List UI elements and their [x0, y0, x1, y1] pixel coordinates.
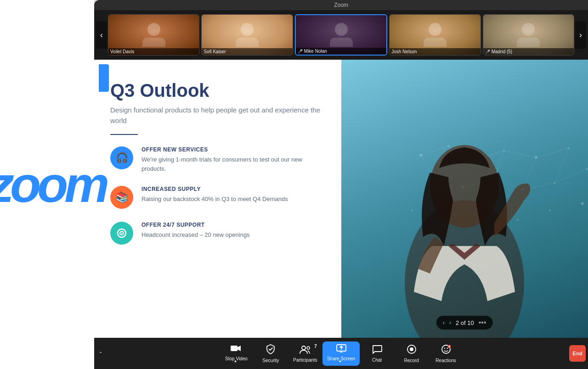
slide-item: 📚 INCREASED SUPPLY Raising our backstock… — [110, 186, 328, 209]
reactions-icon — [441, 344, 451, 357]
security-label: Security — [262, 358, 279, 363]
slide-item-title: INCREASED SUPPLY — [141, 186, 288, 192]
participant-tile[interactable]: Josh Nelson — [389, 14, 481, 56]
share-screen-button[interactable]: Share Screen ▲ — [322, 341, 360, 366]
slide-item-title: OFFER NEW SERVICES — [141, 146, 328, 153]
slide-more-options[interactable]: ••• — [479, 319, 486, 327]
participant-name-label: 🎤 Madrid (5) — [483, 48, 574, 55]
record-button[interactable]: Record — [394, 341, 429, 366]
record-label: Record — [404, 358, 418, 363]
chat-label: Chat — [372, 358, 382, 363]
slide-item-content: OFFER 24/7 SUPPORT Headcount increased –… — [141, 222, 250, 240]
participant-name-label: Voilet Davis — [108, 48, 199, 55]
svg-point-2 — [121, 233, 123, 234]
share-screen-caret[interactable]: ▲ — [339, 359, 342, 363]
stop-video-caret[interactable]: ▲ — [233, 359, 237, 363]
speaker-silhouette — [377, 108, 552, 338]
shield-icon — [266, 344, 275, 357]
slide-item-text: Headcount increased – 20 new openings — [141, 230, 250, 240]
slide-item-title: OFFER 24/7 SUPPORT — [141, 222, 250, 228]
participant-tile[interactable]: Voilet Davis — [108, 14, 199, 56]
participants-nav-right[interactable]: › — [575, 21, 586, 49]
svg-point-14 — [586, 168, 588, 170]
slide-counter: 2 of 10 — [456, 319, 474, 326]
slide-item-content: OFFER NEW SERVICES We're giving 1-month … — [141, 146, 328, 173]
muted-icon: 🎤 — [298, 49, 303, 54]
title-bar: Zoom — [94, 0, 588, 10]
record-icon — [407, 344, 417, 357]
toolbar: ⌃ Stop Video ▲ Security — [94, 338, 588, 369]
participant-tile[interactable]: 🎤 Madrid (5) — [483, 14, 574, 56]
zoom-logo-text: zoom — [0, 159, 106, 210]
participants-badge: 7 — [314, 344, 317, 349]
participant-tile-active[interactable]: 🎤 Mike Nolan — [295, 14, 387, 56]
title-bar-text: Zoom — [334, 2, 348, 8]
slide-item: 🎧 OFFER NEW SERVICES We're giving 1-mont… — [110, 146, 328, 173]
chat-icon — [372, 345, 382, 356]
svg-point-44 — [410, 347, 413, 351]
svg-point-47 — [447, 347, 447, 348]
svg-point-46 — [444, 347, 445, 348]
camera-icon — [231, 344, 242, 355]
reactions-button[interactable]: Reactions — [429, 341, 463, 366]
participant-name-label: 🎤 Mike Nolan — [296, 48, 386, 55]
stop-video-button[interactable]: Stop Video ▲ — [219, 341, 254, 366]
end-button-label: End — [573, 351, 582, 356]
slide-next-button[interactable]: › — [449, 319, 451, 326]
slide-item-content: INCREASED SUPPLY Raising our backstock 4… — [141, 186, 288, 204]
slide-navigation: ‹ › 2 of 10 ••• — [436, 316, 493, 330]
slide-item-icon-blue: 🎧 — [110, 146, 133, 169]
participants-icon — [299, 345, 311, 356]
slide-item-text: We're giving 1-month trials for consumer… — [141, 155, 328, 173]
end-meeting-button[interactable]: End — [569, 345, 586, 362]
slides-panel: Q3 Outlook Design functional products to… — [94, 60, 341, 338]
slide-item-icon-teal — [110, 222, 133, 245]
zoom-logo-panel: zoom — [0, 0, 94, 369]
slide-divider — [110, 134, 138, 135]
participant-name-label: Josh Nelson — [390, 48, 480, 55]
slide-item: OFFER 24/7 SUPPORT Headcount increased –… — [110, 222, 328, 245]
svg-point-41 — [307, 347, 310, 349]
chat-button[interactable]: Chat — [360, 342, 394, 365]
video-panel: ‹ › 2 of 10 ••• — [341, 60, 588, 338]
slide-items: 🎧 OFFER NEW SERVICES We're giving 1-mont… — [110, 146, 328, 245]
zoom-window: Zoom ‹ Voilet Davis Sofi Kaiser — [94, 0, 588, 369]
slide-item-text: Raising our backstock 40% in Q3 to meet … — [141, 195, 288, 204]
participant-tile[interactable]: Sofi Kaiser — [201, 14, 293, 56]
security-button[interactable]: Security — [254, 341, 288, 366]
participant-name-label: Sofi Kaiser — [202, 48, 292, 55]
participants-strip: ‹ Voilet Davis Sofi Kaiser — [94, 10, 588, 60]
slide-subtitle: Design functional products to help peopl… — [110, 105, 328, 126]
share-screen-icon — [336, 344, 346, 355]
participants-nav-left[interactable]: ‹ — [96, 21, 107, 49]
toolbar-collapse-button[interactable]: ⌃ — [99, 351, 102, 356]
svg-rect-39 — [231, 346, 237, 351]
slide-indicator — [99, 64, 109, 92]
slide-item-icon-orange: 📚 — [110, 186, 133, 209]
speaker-video — [341, 60, 588, 338]
slide-title: Q3 Outlook — [110, 80, 328, 101]
muted-icon: 🎤 — [485, 50, 490, 54]
participants-button[interactable]: 7 Participants — [288, 342, 322, 365]
slide-prev-button[interactable]: ‹ — [443, 319, 445, 326]
svg-point-20 — [581, 202, 584, 205]
participants-label: Participants — [293, 358, 317, 363]
reactions-label: Reactions — [435, 358, 456, 363]
main-content-area: Q3 Outlook Design functional products to… — [94, 60, 588, 338]
svg-point-40 — [302, 346, 305, 350]
